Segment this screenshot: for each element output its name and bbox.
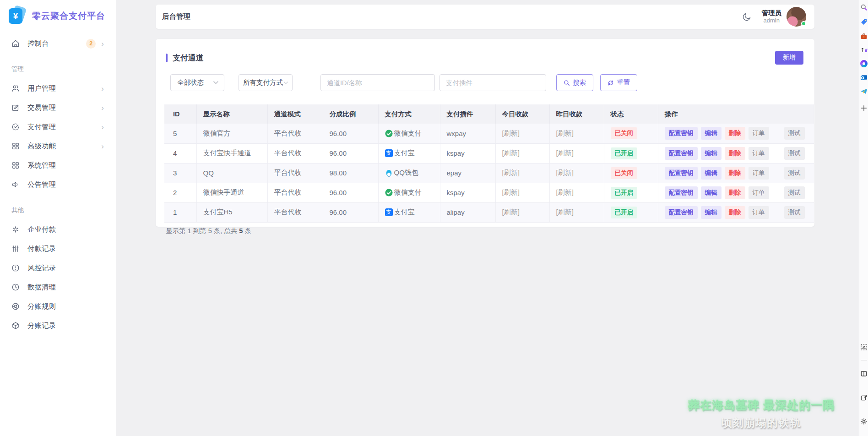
wechat-pay-icon <box>385 189 393 196</box>
grid-icon <box>11 161 20 170</box>
refresh-today-link[interactable]: [刷新] <box>502 149 520 157</box>
users-icon <box>11 84 20 93</box>
browser-side-toolbar <box>859 0 868 436</box>
delete-button[interactable]: 删除 <box>725 186 745 199</box>
delete-button[interactable]: 删除 <box>725 206 745 219</box>
sidebar-item-users[interactable]: 用户管理 › <box>0 79 116 98</box>
edit-button[interactable]: 编辑 <box>701 206 722 219</box>
delete-button[interactable]: 删除 <box>725 167 745 180</box>
loop-icon[interactable] <box>860 60 868 67</box>
sidebar-item-payment-records[interactable]: 付款记录 <box>0 239 116 258</box>
status-badge: 已开启 <box>611 147 638 159</box>
search-button[interactable]: 搜索 <box>556 74 593 91</box>
open-external-icon[interactable] <box>860 394 868 401</box>
search-icon[interactable] <box>860 4 868 11</box>
test-button[interactable]: 测试 <box>784 167 805 180</box>
user-handle: admin <box>762 17 782 24</box>
tag-icon[interactable] <box>860 18 868 26</box>
toolbox-icon[interactable] <box>860 33 868 40</box>
orders-button[interactable]: 订单 <box>749 206 769 219</box>
sidebar-item-data-cleanup[interactable]: 数据清理 <box>0 278 116 297</box>
sidebar-item-split-rules[interactable]: 分账规则 <box>0 297 116 316</box>
status-filter-select[interactable]: 全部状态 <box>170 74 224 91</box>
sidebar-item-system[interactable]: 系统管理 <box>0 156 116 175</box>
method-filter-select[interactable]: 所有支付方式 <box>239 74 293 91</box>
wallet-logo-icon: ¥ <box>9 7 26 24</box>
reset-button[interactable]: 重置 <box>600 74 637 91</box>
refresh-today-link[interactable]: [刷新] <box>502 169 520 176</box>
refresh-today-link[interactable]: [刷新] <box>502 129 520 137</box>
sidebar-item-risk-records[interactable]: 风控记录 <box>0 258 116 278</box>
configure-key-button[interactable]: 配置密钥 <box>665 186 698 199</box>
channel-id-input[interactable] <box>320 74 435 91</box>
plugin-input[interactable] <box>439 74 546 91</box>
test-button[interactable]: 测试 <box>784 147 805 160</box>
col-id: ID <box>164 104 196 124</box>
refresh-today-link[interactable]: [刷新] <box>502 208 520 216</box>
configure-key-button[interactable]: 配置密钥 <box>665 127 698 140</box>
status-badge: 已关闭 <box>611 167 638 179</box>
user-menu[interactable]: 管理员 admin <box>762 9 782 24</box>
globe-icon <box>11 302 20 311</box>
split-view-icon[interactable] <box>860 370 868 377</box>
app-logo[interactable]: ¥ 零云聚合支付平台 <box>0 0 116 27</box>
refresh-yesterday-link[interactable]: [刷新] <box>556 129 574 137</box>
sidebar-item-split-records[interactable]: 分账记录 <box>0 316 116 335</box>
chess-icon[interactable] <box>860 46 868 54</box>
add-button[interactable]: 新增 <box>775 51 803 65</box>
test-button[interactable]: 测试 <box>784 127 805 140</box>
edit-button[interactable]: 编辑 <box>701 147 722 160</box>
sidebar-item-advanced[interactable]: 高级功能 › <box>0 136 116 156</box>
grid-icon <box>11 142 20 151</box>
table-row: 5 微信官方 平台代收 96.00 微信支付 wxpay [刷新] [刷新] 已… <box>164 124 814 143</box>
video-subtitle-overlay: 葬在海岛墓碑 最深处的一隅 顷刻崩塌的铁轨 <box>670 398 853 430</box>
sidebar-item-announcements[interactable]: 公告管理 <box>0 175 116 194</box>
delete-button[interactable]: 删除 <box>725 147 745 160</box>
dark-mode-toggle[interactable] <box>742 12 752 22</box>
refresh-yesterday-link[interactable]: [刷新] <box>556 169 574 176</box>
alert-octagon-icon <box>11 263 20 272</box>
refresh-yesterday-link[interactable]: [刷新] <box>556 188 574 196</box>
refresh-today-link[interactable]: [刷新] <box>502 188 520 196</box>
sidebar: ¥ 零云聚合支付平台 控制台 2 › 管理 用户管理 › 交易管理 <box>0 0 116 436</box>
test-button[interactable]: 测试 <box>784 206 805 219</box>
telegram-icon[interactable] <box>860 87 868 95</box>
configure-key-button[interactable]: 配置密钥 <box>665 167 698 180</box>
sidebar-section-manage: 管理 <box>0 53 116 79</box>
refresh-icon <box>608 80 614 86</box>
clock-icon <box>11 283 20 292</box>
table-row: 2 微信快手通道 平台代收 96.00 微信支付 kspay [刷新] [刷新]… <box>164 183 814 202</box>
orders-button[interactable]: 订单 <box>749 127 769 140</box>
orders-button[interactable]: 订单 <box>749 186 769 199</box>
test-button[interactable]: 测试 <box>784 186 805 199</box>
orders-button[interactable]: 订单 <box>749 147 769 160</box>
sidebar-item-console[interactable]: 控制台 2 › <box>0 34 116 53</box>
outlook-icon[interactable] <box>860 74 868 81</box>
chevron-right-icon: › <box>101 123 104 131</box>
orders-button[interactable]: 订单 <box>749 167 769 180</box>
sidebar-item-enterprise-payment[interactable]: 企业付款 <box>0 220 116 239</box>
search-icon <box>564 80 570 86</box>
sidebar-item-payments[interactable]: 支付管理 › <box>0 117 116 136</box>
table-row: 3 QQ 平台代收 98.00 QQ钱包 epay [刷新] [刷新] 已关闭 … <box>164 163 814 183</box>
delete-button[interactable]: 删除 <box>725 127 745 140</box>
refresh-yesterday-link[interactable]: [刷新] <box>556 208 574 216</box>
chevron-right-icon: › <box>101 40 104 48</box>
edit-button[interactable]: 编辑 <box>701 127 722 140</box>
add-icon[interactable] <box>860 104 868 112</box>
snip-icon[interactable] <box>860 343 868 351</box>
col-actions: 操作 <box>658 104 814 124</box>
configure-key-button[interactable]: 配置密钥 <box>665 206 698 219</box>
yuan-glyph: ¥ <box>9 8 22 24</box>
edit-button[interactable]: 编辑 <box>701 167 722 180</box>
app-title: 零云聚合支付平台 <box>32 10 105 22</box>
avatar[interactable] <box>787 7 806 27</box>
refresh-yesterday-link[interactable]: [刷新] <box>556 149 574 157</box>
col-ratio: 分成比例 <box>323 104 378 124</box>
sidebar-item-transactions[interactable]: 交易管理 › <box>0 98 116 117</box>
console-count-badge: 2 <box>86 39 96 49</box>
configure-key-button[interactable]: 配置密钥 <box>665 147 698 160</box>
edit-button[interactable]: 编辑 <box>701 186 722 199</box>
settings-icon[interactable] <box>860 418 868 425</box>
edit-icon <box>11 103 20 112</box>
